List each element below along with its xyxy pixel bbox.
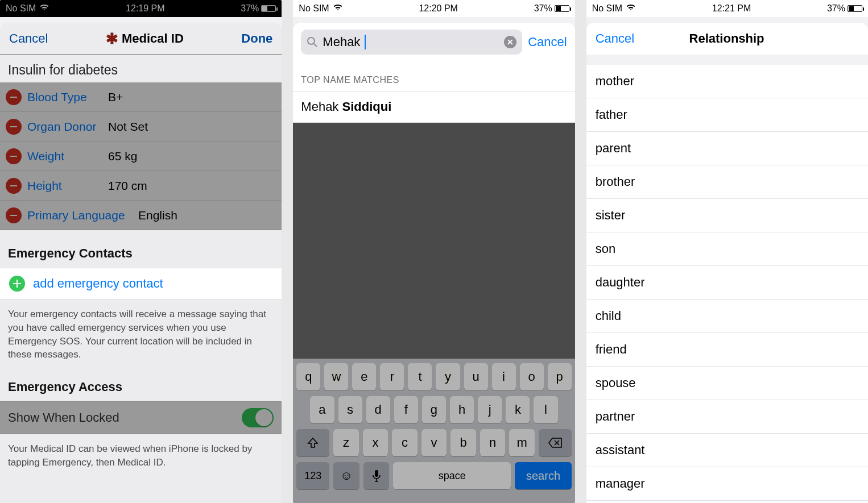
status-bar: No SIM 12:20 PM 37% [293,0,574,17]
remove-icon[interactable] [6,148,22,164]
medical-field-row[interactable]: Primary LanguageEnglish [0,201,282,230]
emergency-contacts-heading: Emergency Contacts [0,230,282,268]
field-label: Organ Donor [27,120,108,134]
result-first-name: Mehak [301,99,342,114]
search-icon [307,36,318,48]
field-value: B+ [108,90,123,104]
access-footer-note: Your Medical ID can be viewed when iPhon… [0,434,282,472]
key-o[interactable]: o [520,363,544,390]
relationship-option[interactable]: partner [586,400,868,434]
relationship-option[interactable]: sister [586,199,868,232]
key-q[interactable]: q [296,363,320,390]
screen-medical-id: No SIM 12:19 PM 37% Cancel ✱ Medical ID … [0,0,282,503]
key-n[interactable]: n [480,429,506,456]
key-m[interactable]: m [509,429,535,456]
relationship-option[interactable]: mother [586,65,868,98]
page-title: Relationship [689,31,764,46]
remove-icon[interactable] [6,178,22,194]
key-h[interactable]: h [450,396,474,423]
cancel-button[interactable]: Cancel [596,31,634,46]
relationship-option[interactable]: son [586,232,868,266]
key-f[interactable]: f [394,396,418,423]
numbers-key[interactable]: 123 [296,462,329,489]
search-key[interactable]: search [515,462,571,489]
key-c[interactable]: c [392,429,418,456]
key-k[interactable]: k [506,396,530,423]
key-p[interactable]: p [548,363,572,390]
emoji-key[interactable]: ☺ [333,462,359,489]
key-s[interactable]: s [338,396,362,423]
battery-pct-label: 37% [534,3,552,14]
add-emergency-contact-row[interactable]: add emergency contact [0,268,282,300]
page-title: ✱ Medical ID [106,31,184,46]
key-z[interactable]: z [333,429,359,456]
remove-icon[interactable] [6,207,22,223]
plus-icon [9,276,25,292]
svg-point-0 [308,38,315,44]
clock-label: 12:21 PM [712,3,751,14]
relationship-option[interactable]: father [586,98,868,132]
contacts-footer-note: Your emergency contacts will receive a m… [0,300,282,364]
backspace-key[interactable] [539,429,572,456]
medical-field-row[interactable]: Organ DonorNot Set [0,112,282,142]
svg-rect-2 [375,470,378,477]
remove-icon[interactable] [6,89,22,105]
key-x[interactable]: x [363,429,388,456]
relationship-option[interactable]: daughter [586,266,868,300]
field-label: Blood Type [27,90,108,104]
key-a[interactable]: a [310,396,334,423]
search-field[interactable]: Mehak ✕ [301,30,522,55]
key-e[interactable]: e [352,363,376,390]
relationship-option[interactable]: spouse [586,367,868,400]
relationship-option[interactable]: friend [586,333,868,367]
remove-icon[interactable] [6,119,22,135]
relationship-option[interactable]: brother [586,165,868,199]
battery-icon [555,5,569,12]
carrier-label: No SIM [299,3,329,14]
clear-search-icon[interactable]: ✕ [504,36,516,48]
status-bar: No SIM 12:19 PM 37% [0,0,282,17]
space-key[interactable]: space [393,462,511,489]
search-bar: Mehak ✕ Cancel [293,23,574,61]
relationship-list: motherfatherparentbrothersistersondaught… [586,65,868,501]
key-d[interactable]: d [366,396,390,423]
show-when-locked-label: Show When Locked [8,410,119,425]
search-result-row[interactable]: Mehak Siddiqui [293,92,574,123]
relationship-option[interactable]: manager [586,467,868,501]
keyboard[interactable]: qwertyuiop asdfghjkl zxcvbnm 123 ☺ space… [293,359,574,503]
key-u[interactable]: u [464,363,488,390]
key-j[interactable]: j [478,396,502,423]
field-label: Primary Language [27,209,138,222]
key-w[interactable]: w [324,363,348,390]
battery-icon [261,5,276,12]
medical-field-row[interactable]: Blood TypeB+ [0,82,282,112]
add-contact-label: add emergency contact [33,276,163,291]
field-label: Height [27,179,108,193]
field-value: Not Set [108,120,148,134]
svg-line-1 [314,44,317,47]
key-i[interactable]: i [492,363,516,390]
field-value: English [138,209,177,222]
key-l[interactable]: l [534,396,557,423]
relationship-option[interactable]: parent [586,132,868,165]
key-b[interactable]: b [450,429,476,456]
key-t[interactable]: t [408,363,432,390]
show-when-locked-toggle[interactable] [242,408,274,427]
battery-pct-label: 37% [241,3,259,14]
medical-field-row[interactable]: Weight65 kg [0,142,282,171]
key-r[interactable]: r [380,363,404,390]
search-query-text: Mehak [323,35,360,49]
medical-field-row[interactable]: Height170 cm [0,171,282,201]
dictation-key[interactable] [363,462,390,489]
cancel-button[interactable]: Cancel [9,31,48,46]
key-v[interactable]: v [421,429,447,456]
shift-key[interactable] [296,429,329,456]
battery-icon [848,5,862,12]
carrier-label: No SIM [6,3,36,14]
key-g[interactable]: g [422,396,446,423]
cancel-button[interactable]: Cancel [528,35,567,49]
relationship-option[interactable]: child [586,300,868,333]
key-y[interactable]: y [436,363,460,390]
relationship-option[interactable]: assistant [586,434,868,467]
done-button[interactable]: Done [241,31,272,46]
